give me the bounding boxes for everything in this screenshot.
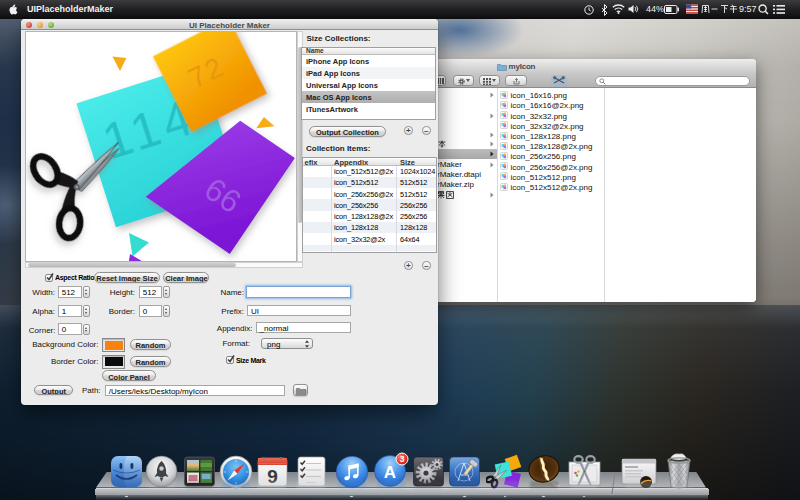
svg-text:3: 3 — [400, 454, 405, 464]
svg-text:A: A — [384, 463, 396, 482]
